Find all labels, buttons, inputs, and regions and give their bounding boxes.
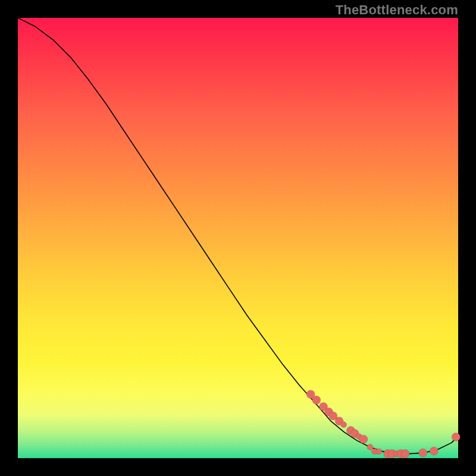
- chart-frame: TheBottleneck.com: [0, 0, 476, 476]
- curve-line: [18, 18, 458, 454]
- chart-svg: [18, 18, 458, 458]
- data-marker: [452, 433, 460, 441]
- data-marker: [401, 450, 409, 458]
- marker-group: [306, 390, 460, 458]
- data-marker: [376, 449, 382, 455]
- data-marker: [419, 449, 427, 457]
- data-marker: [359, 435, 368, 443]
- data-marker: [341, 422, 347, 428]
- data-marker: [430, 447, 438, 455]
- data-marker: [367, 444, 373, 450]
- plot-area: [18, 18, 458, 458]
- data-marker: [312, 396, 321, 404]
- watermark-text: TheBottleneck.com: [336, 2, 458, 18]
